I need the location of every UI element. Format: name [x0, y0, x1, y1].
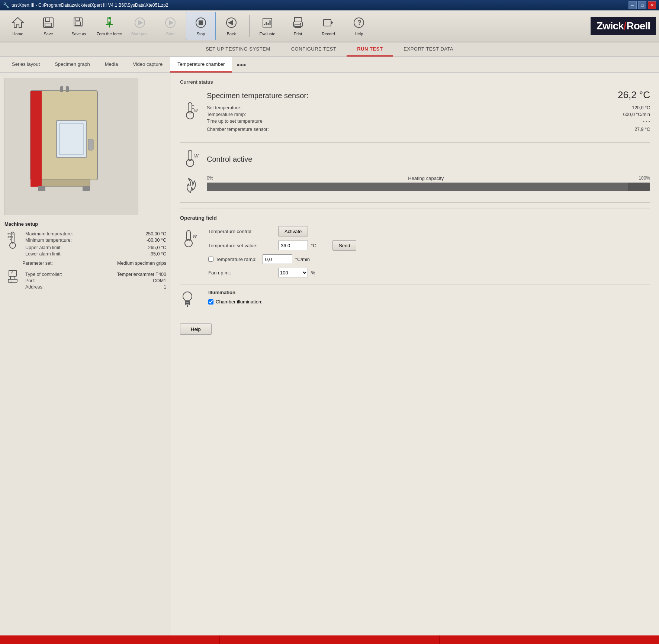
capacity-label: Heating capacity: [408, 176, 444, 181]
evaluate-icon: [260, 15, 275, 30]
right-panel: Current status W Specimen temperature: [171, 73, 659, 635]
stop-button[interactable]: Stop: [186, 12, 216, 40]
help-toolbar-button[interactable]: ? Help: [344, 12, 374, 40]
temp-ramp-input[interactable]: [263, 254, 292, 264]
tab-run[interactable]: RUN TEST: [347, 42, 393, 57]
fire-icon: [180, 176, 201, 195]
setup-details-controller: Type of controller: Temperierkammer T400…: [25, 269, 166, 291]
tab-configure[interactable]: CONFIGURE TEST: [281, 42, 347, 57]
svg-text:?: ?: [357, 19, 361, 26]
capacity-bar: [207, 183, 650, 191]
set-temp-label: Set temperature:: [207, 105, 241, 110]
help-content-button[interactable]: Help: [180, 323, 212, 335]
saveas-button[interactable]: + Save as: [64, 12, 94, 40]
svg-rect-35: [30, 91, 42, 180]
upper-alarm-label: Upper alarm limit:: [25, 245, 62, 250]
control-icon: W: [180, 149, 201, 170]
specimen-temp-heading: Specimen temperature sensor: 26,2 °C: [207, 89, 650, 101]
subtab-specimen[interactable]: Specimen graph: [47, 57, 97, 73]
grips-row: + ± Type of controller: Temperierkammer …: [4, 269, 166, 291]
status-cell-force: F 12 N: [0, 635, 220, 644]
temp-set-input[interactable]: [278, 241, 308, 250]
toolbar: Home Save + Save as: [0, 10, 659, 42]
temp-ramp-row: Temperature ramp: 600,0 °C/min: [207, 112, 650, 117]
address-label: Address:: [25, 284, 44, 290]
svg-rect-3: [45, 23, 52, 27]
op-form: Temperature control: Activate Temperatur…: [208, 226, 650, 281]
temp-ramp-form-label: Temperature ramp:: [216, 257, 257, 262]
print-button[interactable]: Print: [283, 12, 313, 40]
capacity-content: 0% Heating capacity 100%: [207, 176, 650, 191]
svg-text:↓MIN: ↓MIN: [7, 236, 13, 238]
divider-2: [180, 202, 650, 203]
chamber-sensor-row: Chamber temperature sensor: 27,9 °C: [207, 127, 650, 132]
temp-set-unit: °C: [311, 243, 330, 248]
time-to-set-value: - - -: [643, 119, 650, 124]
min-temp-label: Minimum temperature:: [25, 238, 72, 243]
tab-setup[interactable]: SET UP TESTING SYSTEM: [195, 42, 281, 57]
start-button[interactable]: Start: [155, 12, 185, 40]
titlebar-title: testXpert III - C:\ProgramData\zwick\tes…: [12, 3, 168, 8]
param-set-value: Medium specimen grips: [117, 261, 166, 266]
chamber-illum-label: Chamber illumination:: [216, 299, 263, 305]
fan-select[interactable]: 100 75 50 25: [278, 268, 308, 277]
temp-ramp-unit: °C/min: [295, 257, 314, 262]
evaluate-label: Evaluate: [260, 32, 276, 36]
param-set-label: Parameter set:: [22, 261, 53, 266]
chamber-illum-row: Chamber illumination:: [208, 299, 650, 305]
grips-icon: + ±: [4, 269, 21, 288]
subtab-temperature[interactable]: Temperature chamber: [170, 57, 232, 73]
print-label: Print: [294, 32, 302, 36]
divider-1: [180, 142, 650, 143]
illum-form: Illumination Chamber illumination:: [208, 290, 650, 308]
zeroforce-button[interactable]: Zero the force: [94, 12, 124, 40]
minimize-button[interactable]: ─: [629, 1, 637, 9]
subtab-video[interactable]: Video capture: [125, 57, 170, 73]
logo-text2: Roell: [627, 20, 650, 32]
record-button[interactable]: Record: [314, 12, 343, 40]
titlebar: 🔧 testXpert III - C:\ProgramData\zwick\t…: [0, 0, 659, 10]
chamber-illum-checkbox[interactable]: [208, 299, 213, 305]
svg-marker-0: [13, 17, 23, 28]
record-icon: [321, 15, 336, 30]
illumination-section: Illumination Chamber illumination: Help: [180, 284, 650, 335]
evaluate-button[interactable]: Evaluate: [253, 12, 282, 40]
save-icon: [41, 15, 56, 30]
svg-point-69: [183, 292, 192, 301]
send-button[interactable]: Send: [332, 240, 356, 251]
svg-rect-41: [30, 176, 42, 187]
op-icon: W: [180, 226, 201, 281]
back-button[interactable]: Back: [216, 12, 246, 40]
close-button[interactable]: ✕: [648, 1, 656, 9]
tab-export[interactable]: EXPORT TEST DATA: [393, 42, 464, 57]
svg-rect-38: [60, 86, 63, 92]
startpos-button[interactable]: Start pos.: [125, 12, 155, 40]
svg-text:↑MAX: ↑MAX: [7, 232, 14, 235]
subtab-series[interactable]: Series layout: [4, 57, 47, 73]
svg-rect-6: [75, 22, 80, 25]
home-button[interactable]: Home: [3, 12, 33, 40]
svg-marker-16: [169, 20, 174, 25]
subtab-media[interactable]: Media: [97, 57, 125, 73]
specimen-temp-icon: W: [180, 101, 201, 122]
maximize-button[interactable]: □: [638, 1, 646, 9]
activate-button[interactable]: Activate: [278, 226, 308, 236]
fan-row: Fan r.p.m.: 100 75 50 25 %: [208, 268, 650, 277]
saveas-icon: +: [71, 15, 86, 30]
app-icon: 🔧: [3, 2, 9, 8]
save-button[interactable]: Save: [33, 12, 63, 40]
stop-label: Stop: [197, 32, 205, 36]
svg-rect-30: [324, 19, 331, 26]
temp-range-icon: ↑MAX ↓MIN: [4, 231, 21, 251]
specimen-temp-row: W Specimen temperature sensor: 26,2 °C S…: [180, 89, 650, 133]
chamber-sensor-value: 27,9 °C: [634, 127, 650, 132]
chamber-image: [4, 78, 138, 215]
param-row: Parameter set: Medium specimen grips: [22, 261, 166, 266]
svg-rect-54: [8, 279, 17, 282]
titlebar-controls[interactable]: ─ □ ✕: [629, 1, 656, 9]
temp-ramp-checkbox[interactable]: [208, 257, 213, 262]
sub-tabs: Series layout Specimen graph Media Video…: [0, 57, 659, 73]
current-status: Current status W Specimen temperature: [180, 79, 650, 133]
subtab-more[interactable]: ●●●: [232, 59, 250, 71]
logo-slash: /: [624, 20, 627, 32]
